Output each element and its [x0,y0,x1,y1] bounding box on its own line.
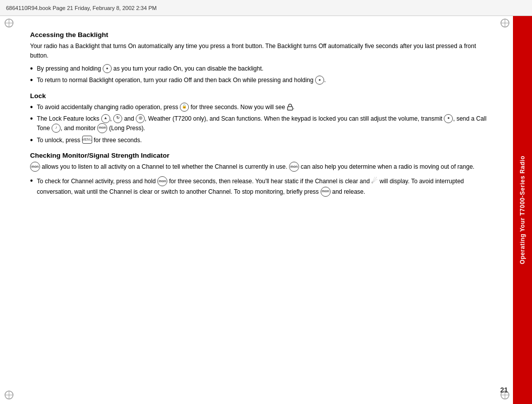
bullet-text: To check for Channel activity, press and… [37,176,488,197]
bullet-dot: • [30,64,33,73]
lock-heading: Lock [30,92,488,100]
backlight-intro: Your radio has a Backlight that turns On… [30,42,488,60]
list-item: • The Lock Feature locks ▲, ↻ and ◎, Wea… [30,114,488,134]
bullet-text: To return to normal Backlight operation,… [37,76,488,85]
wx-icon: ◎ [136,114,145,123]
lock-icon [287,104,293,111]
mon-icon-inline: mon [30,162,40,172]
top-bar: 6864110R94.book Page 21 Friday, February… [0,0,532,16]
power-icon-2: ● [315,76,324,85]
svg-rect-12 [288,107,293,110]
list-item: • To return to normal Backlight operatio… [30,76,488,85]
signal-icon: ☄ [371,176,378,187]
chapter-sidebar: Operating Your T7000-Series Radio [513,16,532,404]
mon-icon-inline2: mon [289,162,299,172]
list-item: • To check for Channel activity, press a… [30,176,488,197]
backlight-bullets: • By pressing and holding ● as you turn … [30,64,488,85]
lock-btn-icon: 🔒 [180,103,189,112]
power-icon: ● [103,64,112,73]
bullet-text: To avoid accidentally changing radio ope… [37,103,488,112]
bullet-dot: • [30,176,33,185]
list-item: • To avoid accidentally changing radio o… [30,103,488,112]
bullet-dot: • [30,102,33,112]
call-tone-icon: ♪ [52,124,61,133]
monitor-section: Checking Monitor/Signal Strength Indicat… [30,152,488,197]
scan-icon: ↻ [113,114,122,123]
mon-icon-press: mon [157,176,167,186]
monitor-intro: mon allows you to listen to all activity… [30,162,488,172]
chapter-title: Operating Your T7000-Series Radio [519,156,526,264]
main-content: Accessing the Backlight Your radio has a… [0,16,513,404]
backlight-heading: Accessing the Backlight [30,31,488,39]
ptt-icon: ● [444,114,453,123]
bullet-dot: • [30,114,33,123]
bullet-dot: • [30,135,33,145]
lock-section: Lock • To avoid accidentally changing ra… [30,92,488,145]
bullet-text: To unlock, press MENU for three seconds. [37,136,488,145]
backlight-section: Accessing the Backlight Your radio has a… [30,31,488,85]
bullet-dot: • [30,75,33,85]
mon-icon: mon [97,123,107,133]
file-info: 6864110R94.book Page 21 Friday, February… [6,5,157,11]
menu-icon: MENU [82,136,92,144]
list-item: • By pressing and holding ● as you turn … [30,64,488,74]
monitor-heading: Checking Monitor/Signal Strength Indicat… [30,152,488,159]
lock-bullets: • To avoid accidentally changing radio o… [30,103,488,145]
vol-icon: ▲ [101,114,110,123]
bullet-text: The Lock Feature locks ▲, ↻ and ◎, Weath… [37,114,488,134]
monitor-bullets: • To check for Channel activity, press a… [30,176,488,197]
mon-icon-stop: mon [321,187,331,197]
list-item: • To unlock, press MENU for three second… [30,136,488,145]
bullet-text: By pressing and holding ● as you turn yo… [37,64,488,74]
